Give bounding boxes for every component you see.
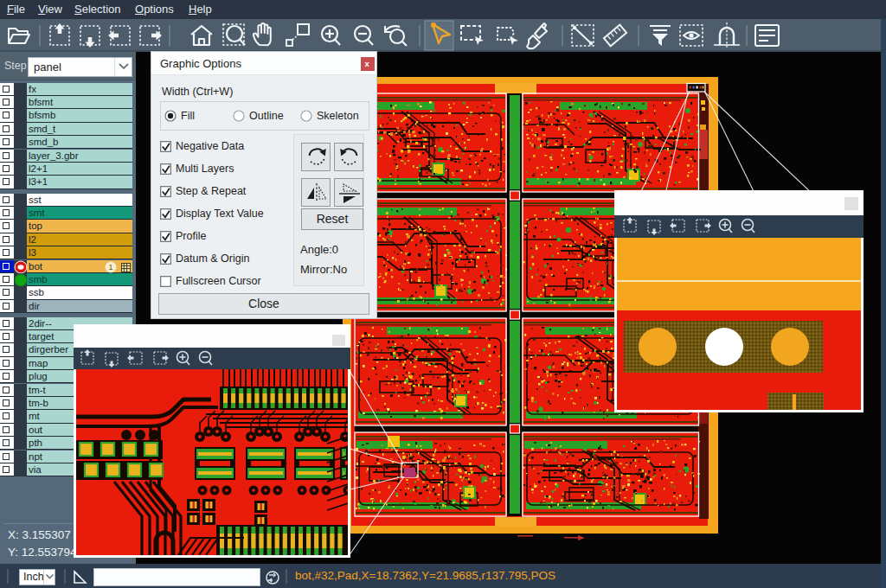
svg-text:1: 1 xyxy=(108,263,112,272)
